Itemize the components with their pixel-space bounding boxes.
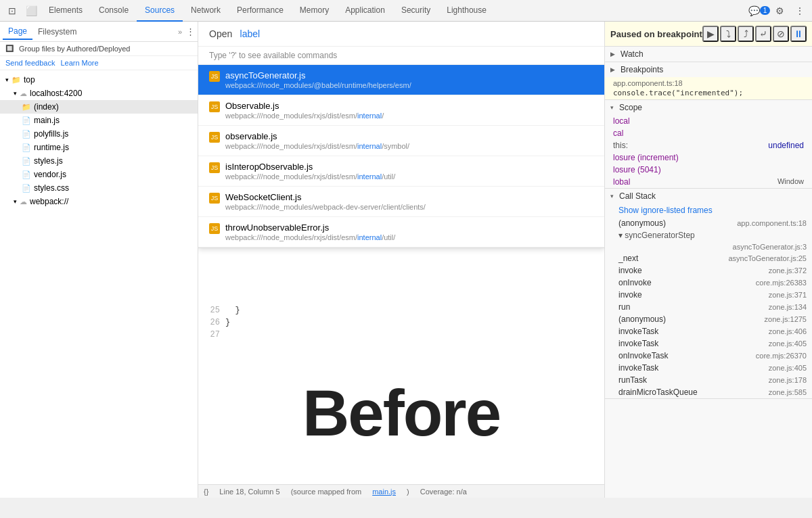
tab-elements[interactable]: Elements [41,0,91,22]
source-mapped-label: (source mapped from [291,488,362,496]
call-stack-loc-async3: asyncToGenerator.js:3 [733,243,807,251]
tree-arrow-webpack: ▾ [14,198,17,205]
file-icon-result-4: JS [209,193,220,204]
call-stack-item-invoke1[interactable]: invoke zone.js:372 [605,264,812,277]
file-result-1[interactable]: JS Observable.js webpack:///node_modules… [198,95,604,126]
file-result-0[interactable]: JS asyncToGenerator.js webpack:///node_m… [198,65,604,95]
call-stack-fn-invoke1: invoke [618,266,642,275]
open-file-space [235,29,237,39]
tree-item-top[interactable]: ▾ 📁 top [0,73,198,87]
breakpoint-code: console.trace("incremented"); [613,89,804,97]
panel-more-icon[interactable]: ⋮ [186,26,195,37]
call-stack-item-drain[interactable]: drainMicroTaskQueue zone.js:585 [605,386,812,398]
tab-sources[interactable]: Sources [137,0,183,22]
tree-item-webpack[interactable]: ▾ ☁ webpack:// [0,195,198,208]
tree-item-main-js[interactable]: 📄 main.js [0,114,198,127]
tree-item-styles-js[interactable]: 📄 styles.js [0,154,198,168]
call-stack-loc-invoketask2: zone.js:405 [769,339,807,348]
tab-performance[interactable]: Performance [229,0,292,22]
file-result-name-1: Observable.js [225,101,593,111]
scope-item-local: local [605,115,812,127]
call-stack-item-0[interactable]: (anonymous) app.component.ts:18 [605,217,812,229]
tree-item-runtime-js[interactable]: 📄 runtime.js [0,141,198,154]
line-number-27: 27 [198,330,225,342]
step-over-btn[interactable]: ⤵ [720,26,736,42]
breakpoints-arrow: ▶ [610,66,615,73]
call-stack-fn-run: run [618,302,630,312]
step-into-btn[interactable]: ⤴ [738,26,754,42]
file-result-5[interactable]: JS throwUnobservableError.js webpack:///… [198,217,604,248]
file-result-4[interactable]: JS WebSocketClient.js webpack:///node_mo… [198,187,604,217]
tab-security[interactable]: Security [393,0,438,22]
tab-application[interactable]: Application [337,0,393,22]
call-stack-item-runtask[interactable]: runTask zone.js:178 [605,374,812,386]
toolbar-tabs: Elements Console Sources Network Perform… [41,0,750,22]
call-stack-header[interactable]: ▾ Call Stack [605,189,812,204]
left-panel-tabs: Page Filesystem » ⋮ [0,22,198,42]
file-result-name-0: asyncToGenerator.js [225,70,583,80]
call-stack-item-async3[interactable]: asyncToGenerator.js:3 [605,241,812,252]
call-stack-loc-drain: zone.js:585 [769,388,807,396]
call-stack-loc-invoketask3: zone.js:405 [769,364,807,372]
file-result-3[interactable]: JS isInteropObservable.js webpack:///nod… [198,156,604,187]
more-options-icon[interactable]: » [178,28,182,36]
tree-item-index[interactable]: 📁 (index) [0,100,198,114]
file-result-info-3: isInteropObservable.js webpack:///node_m… [225,162,593,181]
call-stack-item-oninvoke[interactable]: onInvoke core.mjs:26383 [605,277,812,289]
file-icon-result-5: JS [209,223,220,234]
tree-arrow-top: ▾ [5,76,9,83]
breakpoints-section-header[interactable]: ▶ Breakpoints [605,62,812,77]
watch-label: Watch [621,49,644,59]
tree-label-styles-js: styles.js [34,156,63,166]
pause-btn[interactable]: ⏸ [790,26,807,42]
chat-button[interactable]: 💬 1 [750,1,769,20]
tree-item-polyfills-js[interactable]: 📄 polyfills.js [0,127,198,141]
tab-lighthouse[interactable]: Lighthouse [438,0,495,22]
call-stack-item-run[interactable]: run zone.js:134 [605,301,812,313]
tree-arrow-localhost: ▾ [14,90,17,97]
scope-section: ▾ Scope local cal this: undefined losure… [605,100,812,189]
tab-console[interactable]: Console [91,0,137,22]
call-stack-item-anon2[interactable]: (anonymous) zone.js:1275 [605,313,812,325]
call-stack-item-next[interactable]: _next asyncToGenerator.js:25 [605,252,812,264]
learn-more-link[interactable]: Learn More [60,59,98,67]
scope-section-header[interactable]: ▾ Scope [605,100,812,115]
step-out-btn[interactable]: ⤶ [755,26,771,42]
code-line-26: 26 } [198,318,604,330]
file-icon-result-2: JS [209,132,220,143]
watch-section-header[interactable]: ▶ Watch [605,47,812,62]
tab-network[interactable]: Network [183,0,229,22]
call-stack-item-invoketask3[interactable]: invokeTask zone.js:405 [605,362,812,374]
settings-button[interactable]: ⚙ [770,1,789,20]
right-scroll: Paused on breakpoint ▶ ⤵ ⤴ ⤶ ⊘ ⏸ ▶ Watch [605,22,812,498]
open-file-input[interactable] [240,28,359,39]
breakpoint-file: app.component.ts:18 [613,79,804,87]
tree-item-vendor-js[interactable]: 📄 vendor.js [0,168,198,181]
tab-memory[interactable]: Memory [292,0,337,22]
tree-label-localhost: localhost:4200 [30,89,82,98]
breakpoints-label: Breakpoints [621,65,663,74]
call-stack-item-oninvoketask[interactable]: onInvokeTask core.mjs:26370 [605,350,812,362]
send-feedback-link[interactable]: Send feedback [5,59,55,67]
tab-page[interactable]: Page [3,24,32,40]
show-ignore-link[interactable]: Show ignore-listed frames [605,204,812,217]
call-stack-item-invoketask2[interactable]: invokeTask zone.js:405 [605,337,812,350]
panel-icon[interactable]: ⬜ [22,1,41,20]
source-file-link[interactable]: main.js [372,488,396,496]
tab-filesystem[interactable]: Filesystem [32,24,82,39]
file-result-path-4: webpack:///node_modules/webpack-dev-serv… [225,203,593,211]
tree-item-styles-css[interactable]: 📄 styles.css [0,181,198,195]
bracket-icon[interactable]: {} [204,488,208,496]
dock-icon[interactable]: ⊡ [3,1,22,20]
call-stack-item-syncgen[interactable]: ▾ syncGeneratorStep [605,229,812,241]
deactivate-btn[interactable]: ⊘ [773,26,789,42]
folder-icon-top: 📁 [12,76,21,85]
breakpoint-item-0: app.component.ts:18 console.trace("incre… [605,77,812,99]
file-result-2[interactable]: JS observable.js webpack:///node_modules… [198,126,604,156]
call-stack-item-invoketask1[interactable]: invokeTask zone.js:406 [605,325,812,337]
call-stack-item-invoke2[interactable]: invoke zone.js:371 [605,289,812,301]
status-bar: {} Line 18, Column 5 (source mapped from… [198,484,604,498]
more-options-button[interactable]: ⋮ [790,1,809,20]
tree-item-localhost[interactable]: ▾ ☁ localhost:4200 [0,87,198,100]
resume-btn[interactable]: ▶ [702,26,719,42]
